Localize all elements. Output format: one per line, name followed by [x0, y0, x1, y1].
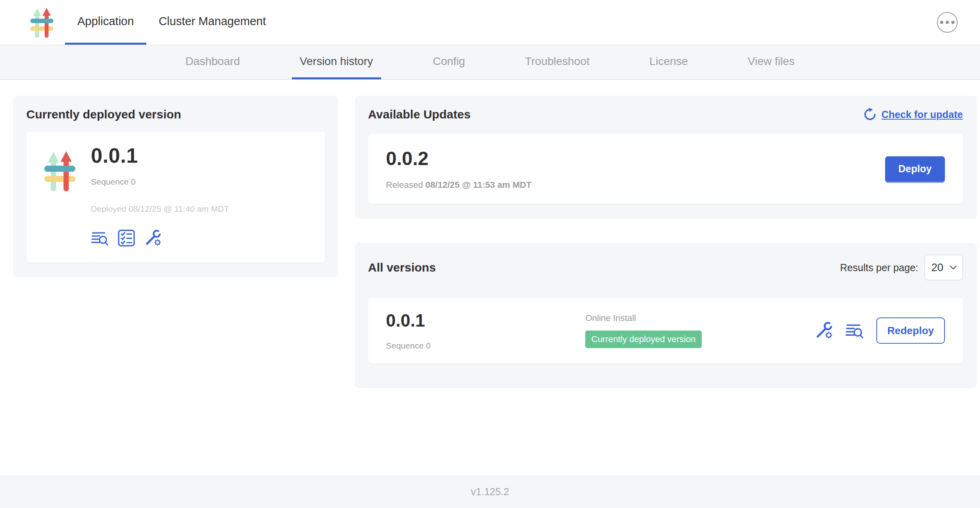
tab-application-label: Application [77, 15, 134, 28]
install-type: Online Install [585, 313, 814, 323]
app-logo-icon [41, 149, 78, 192]
update-released-timestamp: Released 08/12/25 @ 11:53 am MDT [386, 180, 531, 190]
app-logo-icon [29, 6, 55, 39]
refresh-icon [863, 108, 877, 121]
chevron-down-icon [950, 265, 957, 270]
ellipsis-menu-icon[interactable] [937, 12, 958, 33]
update-info: 0.0.2 Released 08/12/25 @ 11:53 am MDT [386, 148, 531, 190]
app-logo [0, 0, 65, 45]
top-header: Application Cluster Management [0, 0, 980, 45]
redeploy-button[interactable]: Redeploy [876, 317, 945, 344]
deployed-sequence: Sequence 0 [91, 177, 229, 187]
config-icon[interactable] [144, 229, 162, 247]
subnav-item-troubleshoot[interactable]: Troubleshoot [517, 45, 597, 79]
console-version: v1.125.2 [471, 486, 509, 498]
subnav-item-version-history[interactable]: Version history [292, 45, 381, 79]
topbar-spacer [278, 0, 937, 45]
check-for-update-link[interactable]: Check for update [863, 108, 963, 121]
all-versions-title: All versions [368, 261, 436, 274]
results-per-page-select[interactable]: 20 [925, 255, 963, 280]
tab-cluster-management[interactable]: Cluster Management [146, 0, 278, 45]
right-column: Available Updates Check for update 0.0.2… [355, 96, 977, 388]
subnav-item-license[interactable]: License [642, 45, 696, 79]
currently-deployed-version-card: 0.0.1 Sequence 0 Deployed 08/12/25 @ 11:… [26, 132, 325, 262]
app-tabs: Application Cluster Management [65, 0, 278, 45]
deployed-version-info: 0.0.1 Sequence 0 Deployed 08/12/25 @ 11:… [91, 144, 229, 247]
currently-deployed-card: Currently deployed version 0.0.1 Sequenc… [13, 96, 338, 278]
logs-icon[interactable] [91, 229, 109, 247]
deployed-actions [91, 229, 229, 247]
deployed-timestamp: Deployed 08/12/25 @ 11:40 am MDT [91, 204, 229, 214]
preflight-checks-icon[interactable] [117, 229, 136, 247]
version-row: 0.0.1 Sequence 0 Online Install Currentl… [368, 298, 963, 363]
page-footer: v1.125.2 [0, 475, 980, 508]
results-per-page-label: Results per page: [840, 262, 918, 274]
row-version-info: 0.0.1 Sequence 0 [386, 311, 585, 350]
deployed-version-number: 0.0.1 [91, 144, 229, 167]
subnav-item-dashboard[interactable]: Dashboard [177, 45, 248, 79]
row-status: Online Install Currently deployed versio… [585, 313, 814, 348]
available-updates-title: Available Updates [368, 108, 470, 121]
update-row: 0.0.2 Released 08/12/25 @ 11:53 am MDT D… [368, 134, 963, 204]
subnav-item-view-files[interactable]: View files [740, 45, 803, 79]
logs-icon[interactable] [845, 321, 864, 340]
config-icon[interactable] [814, 321, 833, 340]
tab-cluster-management-label: Cluster Management [159, 15, 266, 28]
tab-application[interactable]: Application [65, 0, 146, 45]
app-subnav: Dashboard Version history Config Trouble… [0, 45, 980, 80]
available-updates-card: Available Updates Check for update 0.0.2… [355, 96, 977, 219]
main-content: Currently deployed version 0.0.1 Sequenc… [0, 80, 980, 388]
row-version-number: 0.0.1 [386, 311, 585, 331]
version-history-page: Application Cluster Management Dashboard… [0, 0, 980, 508]
results-per-page: Results per page: 20 [840, 255, 963, 280]
currently-deployed-title: Currently deployed version [26, 108, 325, 121]
update-version-number: 0.0.2 [386, 148, 531, 169]
deploy-button[interactable]: Deploy [885, 156, 945, 182]
all-versions-card: All versions Results per page: 20 0.0 [355, 243, 977, 388]
currently-deployed-badge: Currently deployed version [585, 331, 702, 348]
row-actions: Redeploy [814, 317, 945, 344]
row-sequence: Sequence 0 [386, 341, 585, 350]
subnav-item-config[interactable]: Config [425, 45, 473, 79]
